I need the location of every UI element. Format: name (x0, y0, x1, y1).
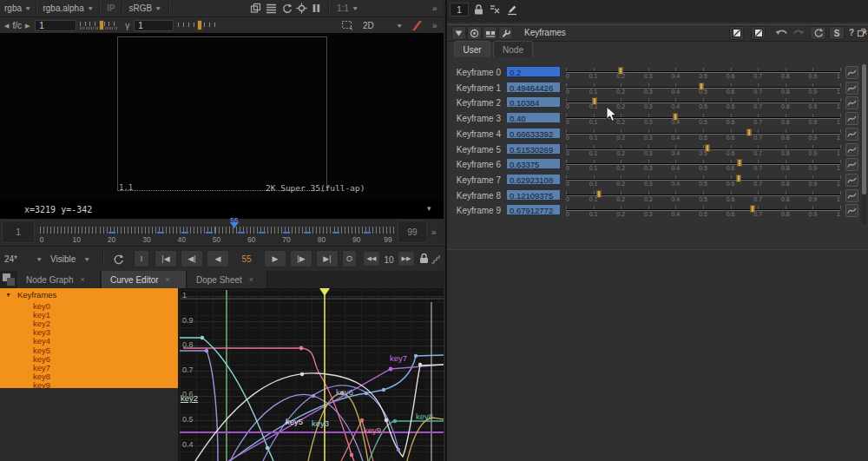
range-start-input[interactable]: 1 (2, 221, 35, 243)
slider-handle[interactable] (746, 128, 751, 136)
close-icon[interactable]: × (249, 275, 253, 284)
zoom-dropdown[interactable]: 1:1 ▼ (337, 3, 358, 13)
close-icon[interactable]: × (166, 275, 170, 284)
curve-overlay-icon[interactable] (431, 254, 441, 264)
play-backward-button[interactable]: ◀ (207, 250, 229, 267)
undo-icon[interactable] (774, 27, 789, 38)
value-field[interactable]: 0.66633392 (506, 128, 561, 139)
curve-label-key2[interactable]: key2 (181, 393, 198, 403)
curve-label-key3[interactable]: key3 (312, 418, 329, 428)
toolbar-overflow-chevron[interactable]: » (432, 3, 437, 13)
timeline-overflow-chevron[interactable]: » (431, 227, 437, 237)
skip-back-button[interactable]: ◀◀ (363, 251, 380, 267)
value-field[interactable]: 0.51530269 (506, 143, 561, 155)
tab-node-graph[interactable]: Node Graph × (17, 271, 101, 288)
lock-panels-icon[interactable] (474, 3, 483, 16)
loop-mode-icon[interactable] (111, 254, 125, 265)
tab-user[interactable]: User (454, 41, 490, 57)
slider-handle[interactable] (705, 144, 709, 152)
toolbar-overflow-chevron[interactable]: » (432, 21, 437, 30)
animation-curve-button[interactable] (845, 82, 858, 95)
next-keyframe-button[interactable]: |▶ (290, 250, 312, 267)
first-frame-button[interactable]: |◀ (155, 250, 177, 267)
gamma-slider-handle[interactable] (197, 20, 202, 30)
info-bar-collapse-icon[interactable]: ▾ (427, 204, 431, 213)
curve-label-key7[interactable]: key7 (390, 353, 407, 363)
last-frame-button[interactable]: ▶| (316, 250, 339, 267)
close-icon[interactable]: × (862, 27, 867, 37)
value-field[interactable]: 0.63375 (506, 158, 561, 169)
gain-slider[interactable] (80, 19, 118, 31)
curve-label-key6[interactable]: key6 (336, 387, 353, 397)
fps-dropdown[interactable]: 24* ▼ (4, 254, 42, 264)
tree-item-key9[interactable]: key9 (33, 380, 50, 390)
value-slider[interactable]: 00.10.20.30.40.50.60.70.80.91 (566, 65, 840, 80)
value-slider[interactable]: 00.10.20.30.40.50.60.70.80.91 (566, 203, 840, 218)
redo-icon[interactable] (792, 27, 806, 38)
animation-curve-button[interactable] (845, 204, 858, 217)
fstop-toggle[interactable]: f/c (12, 21, 22, 30)
tab-node[interactable]: Node (493, 41, 533, 57)
color-swatch-icon[interactable] (729, 26, 744, 40)
next-arrow-icon[interactable]: ▶ (25, 22, 30, 30)
range-end-input[interactable]: 99 (398, 221, 427, 243)
settings-s-button[interactable]: S (829, 26, 845, 40)
animation-curve-button[interactable] (845, 66, 858, 79)
gamma-display-icon[interactable] (341, 20, 354, 31)
curve-label-key8[interactable]: key8 (416, 412, 433, 421)
animation-curve-button[interactable] (845, 128, 858, 141)
slider-handle[interactable] (750, 205, 754, 213)
value-field[interactable]: 0.12109375 (506, 189, 561, 201)
curve-graph[interactable]: 10.90.80.70.60.50.4 key2key5key3key6key7… (180, 288, 444, 461)
value-field[interactable]: 0.67912772 (506, 204, 561, 215)
panel-collapse-button[interactable] (451, 26, 466, 40)
value-field[interactable]: 0.2 (506, 66, 561, 77)
slider-handle[interactable] (700, 82, 704, 90)
value-slider[interactable]: 00.10.20.30.40.50.60.70.80.91 (566, 157, 840, 172)
animation-curve-button[interactable] (845, 143, 858, 156)
center-node-button[interactable] (483, 26, 497, 40)
set-in-point-button[interactable]: I (134, 250, 149, 267)
wrench-icon[interactable] (498, 26, 513, 40)
slider-handle[interactable] (738, 159, 742, 167)
prev-keyframe-button[interactable]: ◀| (181, 250, 203, 267)
animation-curve-button[interactable] (845, 189, 858, 202)
playhead-marker-icon[interactable] (230, 222, 239, 228)
proxy-toggle-icon[interactable] (250, 3, 261, 14)
value-field[interactable]: 0.40 (506, 112, 561, 123)
skip-forward-button[interactable]: ▶▶ (398, 251, 415, 267)
color-swatch-2-icon[interactable] (751, 26, 766, 40)
max-panels-input[interactable]: 1 (450, 3, 469, 16)
close-icon[interactable]: × (80, 275, 84, 284)
close-all-panels-icon[interactable] (489, 4, 501, 15)
set-out-point-button[interactable]: O (342, 250, 357, 267)
animation-curve-button[interactable] (845, 158, 858, 171)
input-process-toggle[interactable]: IP (107, 3, 115, 13)
help-icon[interactable]: ? (849, 28, 854, 37)
view-mode-dropdown[interactable]: 2D ▼ (363, 21, 402, 30)
slider-handle[interactable] (674, 113, 678, 121)
value-slider[interactable]: 00.10.20.30.40.50.60.70.80.91 (566, 127, 840, 142)
panel-scrollbar[interactable] (862, 64, 866, 224)
pane-menu-icon[interactable] (2, 273, 16, 286)
tab-curve-editor[interactable]: Curve Editor × (102, 271, 187, 288)
slider-handle[interactable] (736, 175, 740, 182)
skip-amount-value[interactable]: 10 (382, 255, 396, 265)
value-field[interactable]: 0.10384 (506, 96, 561, 108)
revert-icon[interactable] (810, 26, 826, 40)
pause-icon[interactable] (311, 3, 322, 14)
collapse-triangle-icon[interactable]: ▼ (5, 292, 11, 298)
layer-dropdown[interactable]: rgba.alpha ▼ (43, 3, 93, 13)
play-button[interactable]: ▶ (264, 250, 286, 267)
refresh-icon[interactable] (281, 3, 293, 14)
scrollbar-thumb[interactable] (862, 64, 866, 194)
lut-dropdown[interactable]: sRGB ▼ (129, 3, 161, 13)
viewer-canvas[interactable]: 1.1 2K Super 35(full-ap) (0, 33, 444, 201)
animation-curve-button[interactable] (845, 112, 858, 125)
value-field[interactable]: 0.62923108 (506, 174, 561, 185)
value-field[interactable]: 0.49464426 (506, 82, 561, 93)
value-slider[interactable]: 00.10.20.30.40.50.60.70.80.91 (566, 81, 840, 95)
curve-label-key9[interactable]: key9 (364, 425, 381, 435)
value-slider[interactable]: 00.10.20.30.40.50.60.70.80.91 (566, 173, 840, 188)
lock-range-icon[interactable] (419, 253, 429, 264)
